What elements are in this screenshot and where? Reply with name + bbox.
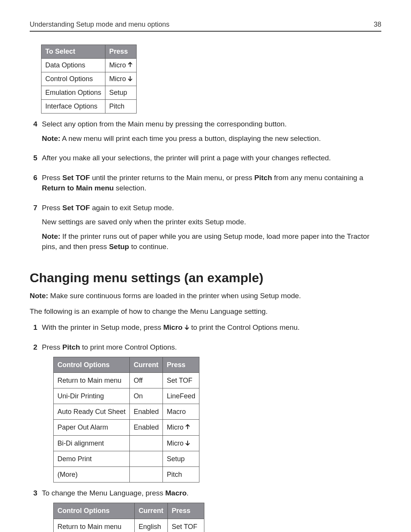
bold-text: Macro: [165, 489, 186, 497]
cell-current: Enabled: [130, 404, 163, 420]
text: .: [186, 489, 188, 497]
step-number: 3: [30, 488, 37, 532]
cell-current: English: [135, 519, 168, 532]
bold-text: Setup: [109, 243, 129, 251]
text: Press: [42, 174, 62, 182]
press-text: Setup: [109, 89, 127, 96]
page: Understanding Setup mode and menu option…: [0, 0, 411, 532]
step-number: 2: [30, 342, 37, 482]
table-row: Return to Main menuEnglishSet TOF: [54, 519, 204, 532]
press-text: Pitch: [109, 102, 124, 110]
bold-text: Set TOF: [62, 174, 90, 182]
micro-down-label: Micro: [109, 75, 132, 83]
step-number: 4: [30, 119, 37, 147]
press-text: Macro: [167, 408, 186, 415]
table-row: Demo PrintSetup: [54, 451, 199, 466]
header-title: Understanding Setup mode and menu option…: [30, 21, 169, 29]
step-text: Note: If the printer runs out of paper w…: [42, 231, 381, 252]
cell-press: Pitch: [105, 100, 137, 113]
table-row: Interface OptionsPitch: [41, 100, 137, 113]
text: until the printer returns to the Main me…: [90, 174, 254, 182]
cell-current: On: [130, 388, 163, 404]
bold-text: Pitch: [254, 174, 272, 182]
section-heading: Changing menu settings (an example): [30, 270, 381, 285]
cell-press: Macro: [163, 404, 199, 420]
cell-option: Emulation Options: [41, 86, 105, 100]
text: With the printer in Setup mode, press: [42, 323, 163, 331]
cell-current: [130, 466, 163, 482]
cell-option: Interface Options: [41, 100, 105, 113]
arrow-down-icon: [185, 439, 190, 447]
step-body: After you make all your selections, the …: [42, 153, 381, 167]
arrow-down-icon: [185, 323, 189, 331]
step-text: New settings are saved only when the pri…: [42, 217, 381, 227]
th-press: Press: [105, 45, 137, 59]
table-row: Data OptionsMicro: [41, 59, 137, 72]
cell-press: Setup: [105, 86, 137, 100]
cell-press: LineFeed: [163, 388, 199, 404]
step: 2Press Pitch to print more Control Optio…: [30, 342, 381, 482]
cell-option: Demo Print: [54, 451, 130, 466]
table-row: Emulation OptionsSetup: [41, 86, 137, 100]
table-row: (More)Pitch: [54, 466, 199, 482]
text: Press: [42, 343, 62, 351]
step-text: Note: A new menu will print each time yo…: [42, 133, 381, 144]
th: Current: [135, 503, 168, 519]
page-number: 38: [374, 21, 381, 29]
cell-press: Micro: [163, 435, 199, 451]
cell-press: Micro: [163, 420, 199, 435]
intro-line: The following is an example of how to ch…: [30, 306, 381, 317]
step-text: To change the Menu Language, press Macro…: [42, 488, 381, 498]
bold-text: Note:: [30, 292, 48, 300]
press-text: LineFeed: [167, 392, 195, 400]
th: Press: [163, 357, 199, 373]
press-text: Set TOF: [167, 377, 192, 384]
step: 5After you make all your selections, the…: [30, 153, 381, 167]
intro-note: Note: Make sure continuous forms are loa…: [30, 291, 381, 301]
steps-b: 1With the printer in Setup mode, press M…: [30, 322, 381, 532]
step-number: 5: [30, 153, 37, 167]
text: to print the Control Options menu.: [189, 323, 299, 331]
cell-option: (More): [54, 466, 130, 482]
table-row: Uni-Dir PrintingOnLineFeed: [54, 388, 199, 404]
step-text: Select any option from the Main menu by …: [42, 119, 381, 129]
step-number: 6: [30, 173, 37, 197]
step-text: Press Set TOF again to exit Setup mode.: [42, 203, 381, 213]
text: to print more Control Options.: [80, 343, 177, 351]
step: 7Press Set TOF again to exit Setup mode.…: [30, 203, 381, 256]
step-body: Press Pitch to print more Control Option…: [42, 342, 381, 482]
step-body: To change the Menu Language, press Macro…: [42, 488, 381, 532]
header-rule: [30, 31, 381, 32]
table-table2: Control OptionsCurrentPressReturn to Mai…: [53, 357, 199, 482]
text: If the printer runs out of paper while y…: [42, 232, 370, 251]
step-body: With the printer in Setup mode, press Mi…: [42, 322, 381, 337]
table-table3: Control OptionsCurrentPressReturn to Mai…: [53, 503, 204, 532]
table-row: Auto Ready Cut SheetEnabledMacro: [54, 404, 199, 420]
step-body: Press Set TOF again to exit Setup mode.N…: [42, 203, 381, 256]
cell-option: Data Options: [41, 59, 105, 72]
cell-option: Return to Main menu: [54, 373, 130, 388]
cell-current: [130, 451, 163, 466]
bold-text: Return to Main menu: [42, 184, 114, 192]
table-select-press: To Select Press Data OptionsMicro Contro…: [41, 45, 137, 113]
cell-option: Auto Ready Cut Sheet: [54, 404, 130, 420]
cell-press: Set TOF: [168, 519, 204, 532]
micro-down-label: Micro: [167, 439, 190, 447]
step-text: Press Set TOF until the printer returns …: [42, 173, 381, 193]
arrow-up-icon: [128, 61, 132, 69]
micro-up-label: Micro: [109, 61, 132, 69]
cell-option: Paper Out Alarm: [54, 420, 130, 435]
cell-current: [130, 435, 163, 451]
th: Current: [130, 357, 163, 373]
step-body: Select any option from the Main menu by …: [42, 119, 381, 147]
cell-option: Uni-Dir Printing: [54, 388, 130, 404]
press-text: Set TOF: [172, 523, 197, 530]
cell-current: Off: [130, 373, 163, 388]
step: 4Select any option from the Main menu by…: [30, 119, 381, 147]
step-text: After you make all your selections, the …: [42, 153, 381, 163]
step-number: 7: [30, 203, 37, 256]
cell-press: Set TOF: [163, 373, 199, 388]
cell-option: Return to Main menu: [54, 519, 135, 532]
table-row: Control OptionsMicro: [41, 72, 137, 86]
arrow-down-icon: [128, 75, 132, 83]
